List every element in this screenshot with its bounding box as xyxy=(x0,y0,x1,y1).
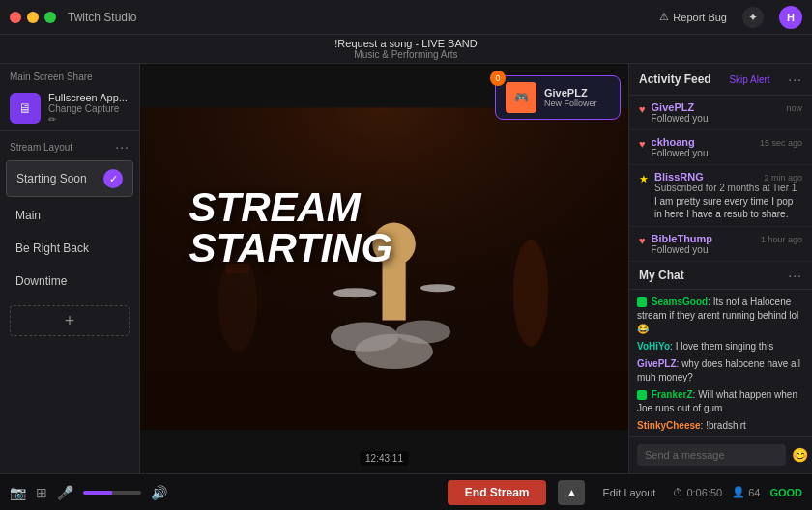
chat-menu-button[interactable]: ··· xyxy=(788,268,802,283)
activity-feed-title: Activity Feed xyxy=(639,72,711,86)
speaker-icon[interactable]: 🔊 xyxy=(151,485,167,500)
chat-user-4: StinkyCheese xyxy=(637,420,701,431)
top-bar-right: ⚠ Report Bug ✦ H xyxy=(659,6,802,29)
viewers-icon: 👤 xyxy=(732,486,745,498)
badge-check-3 xyxy=(637,390,647,400)
window-controls xyxy=(10,12,56,23)
activity-menu-button[interactable]: ··· xyxy=(788,71,802,87)
top-bar: Twitch Studio ⚠ Report Bug ✦ H xyxy=(0,0,812,35)
end-stream-button[interactable]: End Stream xyxy=(448,480,547,505)
badge-check-0 xyxy=(637,298,647,307)
activity-action-3: Followed you xyxy=(652,244,802,255)
report-bug-button[interactable]: ⚠ Report Bug xyxy=(659,11,727,23)
follower-name: GivePLZ xyxy=(544,87,597,99)
stream-subtitle: Music & Performing Arts xyxy=(354,49,457,60)
my-chat-title: My Chat xyxy=(639,269,684,282)
emoji-button[interactable]: 😊 xyxy=(792,447,808,463)
right-panel: Activity Feed Skip Alert ··· ♥ GivePLZ n… xyxy=(628,64,812,473)
bottom-bar: 📷 ⊞ 🎤 🔊 End Stream ▲ Edit Layout ⏱ 0:06:… xyxy=(0,473,812,510)
chat-msg-1: VoHiYo: I love them singing this xyxy=(629,338,812,355)
activity-user-0: GivePLZ xyxy=(652,101,695,113)
activity-user-1: ckhoang xyxy=(652,136,695,148)
clock-icon: ⏱ xyxy=(673,487,683,498)
activity-user-2: BlissRNG xyxy=(654,171,704,183)
layout-icon[interactable]: ⊞ xyxy=(36,485,47,500)
avatar[interactable]: H xyxy=(779,6,802,29)
stream-title: !Request a song - LIVE BAND xyxy=(334,38,477,49)
chat-input[interactable] xyxy=(637,444,786,466)
video-bg: STREAM STARTING 0 🎮 GivePLZ New Follower… xyxy=(140,64,628,473)
go-live-up-button[interactable]: ▲ xyxy=(558,480,585,505)
follower-avatar: 🎮 xyxy=(506,82,536,113)
audio-slider[interactable] xyxy=(83,491,141,495)
stream-starting-line1: STREAM xyxy=(189,187,393,228)
activity-time-3: 1 hour ago xyxy=(761,235,802,244)
activity-time-0: now xyxy=(786,103,802,113)
chat-msg-3: FrankerZ: Will what happen when Joe runs… xyxy=(629,386,812,417)
time-stat: ⏱ 0:06:50 xyxy=(673,487,722,498)
maximize-dot[interactable] xyxy=(44,12,56,23)
activity-action-1: Followed you xyxy=(652,148,802,158)
heart-icon-1: ♥ xyxy=(639,138,646,158)
main-screen-share-header: Main Screen Share xyxy=(0,64,139,86)
activity-action-0: Followed you xyxy=(652,113,802,124)
chat-messages: SeamsGood: Its not a Halocene stream if … xyxy=(629,290,812,436)
activity-time-2: 2 min ago xyxy=(764,173,802,183)
add-scene-button[interactable]: + xyxy=(10,305,130,336)
chat-user-3: FrankerZ xyxy=(652,389,693,400)
skip-alert-button[interactable]: Skip Alert xyxy=(729,74,769,85)
chat-msg-0: SeamsGood: Its not a Halocene stream if … xyxy=(629,294,812,338)
camera-icon[interactable]: 📷 xyxy=(10,485,26,500)
follower-label: New Follower xyxy=(544,99,597,108)
stream-timer: 12:43:11 xyxy=(360,451,409,466)
scene-main[interactable]: Main xyxy=(6,201,133,230)
layout-menu-button[interactable]: ··· xyxy=(115,139,130,155)
activity-item-3: ♥ BibleThump 1 hour ago Followed you xyxy=(629,227,812,262)
quality-stat: GOOD xyxy=(769,487,802,498)
app-name: Twitch Studio xyxy=(68,11,136,24)
chat-user-1: VoHiYo xyxy=(637,341,670,352)
chat-msg-2: GivePLZ: why does halocene have all muh … xyxy=(629,355,812,386)
activity-item-0: ♥ GivePLZ now Followed you xyxy=(629,96,812,130)
activity-item-1: ♥ ckhoang 15 sec ago Followed you xyxy=(629,130,812,165)
sidebar: Main Screen Share 🖥 Fullscreen App... Ch… xyxy=(0,64,140,473)
chat-input-area: 😊 ➤ xyxy=(629,436,812,473)
chat-user-2: GivePLZ xyxy=(637,358,677,369)
capture-item[interactable]: 🖥 Fullscreen App... Change Capture ✏ xyxy=(0,86,139,131)
settings-icon[interactable]: ✦ xyxy=(742,7,764,28)
activity-action-2: Subscribed for 2 months at Tier 1 xyxy=(654,183,802,193)
video-area: STREAM STARTING 0 🎮 GivePLZ New Follower… xyxy=(140,64,628,473)
video-container: STREAM STARTING 0 🎮 GivePLZ New Follower… xyxy=(140,64,628,473)
capture-change-label: Change Capture ✏ xyxy=(48,103,130,125)
activity-feed-header: Activity Feed Skip Alert ··· xyxy=(629,64,812,96)
close-dot[interactable] xyxy=(10,12,21,23)
stream-starting-overlay: STREAM STARTING xyxy=(189,187,393,269)
activity-message-2: I am pretty sure every time I pop in her… xyxy=(654,195,802,220)
chat-user-0: SeamsGood xyxy=(652,297,708,307)
minimize-dot[interactable] xyxy=(27,12,39,23)
activity-user-3: BibleThump xyxy=(652,233,713,244)
scene-downtime[interactable]: Downtime xyxy=(6,267,133,296)
stream-stats: ⏱ 0:06:50 👤 64 GOOD xyxy=(673,486,802,498)
scene-starting-soon[interactable]: Starting Soon ✓ xyxy=(6,160,133,197)
star-icon-2: ★ xyxy=(639,173,649,220)
follower-popup: 0 🎮 GivePLZ New Follower xyxy=(495,75,621,120)
stream-starting-line2: STARTING xyxy=(189,228,393,269)
activity-item-2: ★ BlissRNG 2 min ago Subscribed for 2 mo… xyxy=(629,165,812,227)
my-chat-header: My Chat ··· xyxy=(629,262,812,290)
scene-be-right-back[interactable]: Be Right Back xyxy=(6,234,133,263)
follower-badge: 0 xyxy=(490,71,506,86)
capture-icon: 🖥 xyxy=(10,93,41,124)
mic-icon[interactable]: 🎤 xyxy=(57,485,73,500)
heart-icon: ♥ xyxy=(639,103,646,124)
capture-name: Fullscreen App... xyxy=(48,92,130,103)
active-check-icon: ✓ xyxy=(103,169,123,188)
stream-title-bar: !Request a song - LIVE BAND Music & Perf… xyxy=(0,35,812,64)
heart-icon-3: ♥ xyxy=(639,235,646,255)
chat-msg-4: StinkyCheese: !bradshirt xyxy=(629,417,812,435)
activity-time-1: 15 sec ago xyxy=(760,138,802,148)
viewers-stat: 👤 64 xyxy=(732,486,760,498)
main-content: Main Screen Share 🖥 Fullscreen App... Ch… xyxy=(0,64,812,473)
edit-layout-button[interactable]: Edit Layout xyxy=(594,483,663,502)
bug-icon: ⚠ xyxy=(659,11,669,23)
